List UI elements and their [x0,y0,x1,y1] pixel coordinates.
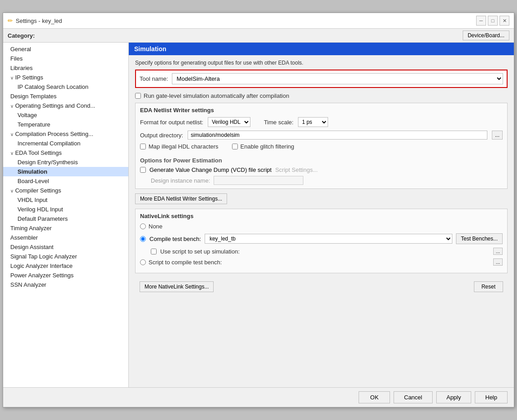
output-dir-label: Output directory: [140,132,183,139]
enable-glitch-row: Enable glitch filtering [232,143,294,150]
script-compile-browse-button[interactable]: ... [493,258,503,266]
ok-button[interactable]: OK [359,391,390,403]
expand-icon-compiler: ∨ [10,188,13,193]
maximize-button[interactable]: □ [488,16,498,26]
enable-glitch-checkbox[interactable] [232,144,238,149]
sidebar-item-timing-analyzer[interactable]: Timing Analyzer [3,223,128,233]
bottom-panel: More NativeLink Settings... Reset [135,278,508,296]
design-instance-input[interactable] [214,176,303,185]
sidebar-item-verilog-hdl-input[interactable]: Verilog HDL Input [3,205,128,214]
run-gate-level-checkbox[interactable] [135,93,141,99]
script-compile-radio[interactable] [140,259,146,265]
window-controls: ─ □ ✕ [476,16,509,26]
use-script-row: Use script to set up simulation: ... [140,248,503,255]
script-compile-row: Script to compile test bench: ... [140,258,503,266]
sidebar-item-files[interactable]: Files [3,54,128,63]
time-scale-select[interactable]: 1 ps 1 fs 10 fs 100 fs 10 ps 100 ps 1 ns [298,117,328,127]
expand-icon-eda: ∨ [10,151,13,156]
sidebar-item-ssn-analyzer[interactable]: SSN Analyzer [3,280,128,289]
sidebar-item-eda-tool-settings[interactable]: ∨ EDA Tool Settings [3,148,128,158]
power-estimation-title: Options for Power Estimation [140,157,503,164]
output-dir-browse-button[interactable]: ... [492,131,503,140]
dialog-footer: OK Cancel Apply Help [3,387,514,407]
design-instance-label: Design instance name: [151,177,210,184]
format-select[interactable]: Verilog HDL VHDL [208,117,250,127]
use-script-browse-button[interactable]: ... [493,248,503,255]
output-dir-input[interactable] [188,131,487,140]
reset-button[interactable]: Reset [474,281,503,292]
minimize-button[interactable]: ─ [476,16,486,26]
sidebar-item-design-entry[interactable]: Design Entry/Synthesis [3,158,128,167]
sidebar: General Files Libraries ∨ IP Settings IP… [3,43,129,387]
generate-vcd-checkbox[interactable] [140,167,146,173]
help-button[interactable]: Help [475,391,508,403]
output-dir-row: Output directory: ... [140,131,503,140]
sidebar-item-assembler[interactable]: Assembler [3,233,128,242]
sidebar-item-ip-settings[interactable]: ∨ IP Settings [3,73,128,82]
format-label: Format for output netlist: [140,119,203,126]
sidebar-item-incremental-compilation[interactable]: Incremental Compilation [3,139,128,148]
compile-radio[interactable] [140,236,146,242]
sidebar-item-logic-analyzer[interactable]: Logic Analyzer Interface [3,261,128,271]
close-button[interactable]: ✕ [499,16,509,26]
sidebar-item-general[interactable]: General [3,44,128,54]
expand-icon: ∨ [10,75,13,80]
design-instance-row: Design instance name: [140,176,503,185]
cancel-button[interactable]: Cancel [394,391,432,403]
sidebar-item-ip-catalog[interactable]: IP Catalog Search Location [3,82,128,92]
eda-netlist-section: EDA Netlist Writer settings Format for o… [135,103,508,189]
script-settings-button[interactable]: Script Settings... [275,166,318,173]
main-content: General Files Libraries ∨ IP Settings IP… [3,43,514,387]
more-nativelink-button[interactable]: More NativeLink Settings... [140,281,214,292]
none-label[interactable]: None [149,223,162,230]
use-script-label: Use script to set up simulation: [160,248,240,255]
compile-test-bench-row: Compile test bench: key_led_tb Test Benc… [140,233,503,244]
apply-button[interactable]: Apply [436,391,472,403]
expand-icon-operating: ∨ [10,104,13,109]
use-script-checkbox[interactable] [151,249,157,254]
compile-label[interactable]: Compile test bench: [149,236,201,242]
map-illegal-row: Map illegal HDL characters [140,143,219,150]
sidebar-item-libraries[interactable]: Libraries [3,63,128,73]
sidebar-item-vhdl-input[interactable]: VHDL Input [3,195,128,205]
sidebar-item-design-templates[interactable]: Design Templates [3,92,128,101]
device-board-button[interactable]: Device/Board... [463,31,509,40]
sidebar-item-signal-tap[interactable]: Signal Tap Logic Analyzer [3,252,128,261]
tool-name-select[interactable]: ModelSim-Altera None ModelSim QuestaSim … [172,73,503,84]
sidebar-item-default-parameters[interactable]: Default Parameters [3,214,128,223]
none-radio[interactable] [140,223,146,229]
sidebar-item-board-level[interactable]: Board-Level [3,176,128,186]
right-panel: Simulation Specify options for generatin… [129,43,514,387]
section-header: Simulation [129,43,514,55]
script-compile-label[interactable]: Script to compile test bench: [149,259,222,266]
test-benches-button[interactable]: Test Benches... [456,233,503,244]
enable-glitch-label[interactable]: Enable glitch filtering [241,143,294,150]
compile-test-bench-select[interactable]: key_led_tb [205,234,452,244]
category-label: Category: [8,32,35,39]
sidebar-item-design-assistant[interactable]: Design Assistant [3,242,128,252]
map-illegal-checkbox[interactable] [140,144,146,149]
nativelink-title: NativeLink settings [140,213,503,219]
sidebar-item-power-analyzer[interactable]: Power Analyzer Settings [3,271,128,280]
panel-description: Specify options for generating output fi… [135,60,508,66]
tool-name-label: Tool name: [140,75,168,82]
sidebar-item-compilation-process[interactable]: ∨ Compilation Process Setting... [3,129,128,139]
sidebar-item-operating-settings[interactable]: ∨ Operating Settings and Cond... [3,101,128,110]
more-eda-button[interactable]: More EDA Netlist Writer Settings... [135,193,227,204]
time-scale-label: Time scale: [264,119,294,126]
run-gate-level-label[interactable]: Run gate-level simulation automatically … [144,92,289,99]
expand-icon-compilation: ∨ [10,132,13,137]
settings-window: ✏ Settings - key_led ─ □ ✕ Category: Dev… [3,13,514,407]
checkboxes-row: Map illegal HDL characters Enable glitch… [140,143,503,153]
sidebar-item-temperature[interactable]: Temperature [3,120,128,129]
generate-vcd-label[interactable]: Generate Value Change Dump (VCD) file sc… [149,166,272,173]
sidebar-item-voltage[interactable]: Voltage [3,110,128,120]
none-radio-row: None [140,223,503,230]
sidebar-item-compiler-settings[interactable]: ∨ Compiler Settings [3,186,128,195]
map-illegal-label[interactable]: Map illegal HDL characters [149,143,219,150]
nativelink-section: NativeLink settings None Compile test be… [135,209,508,273]
run-gate-level-row: Run gate-level simulation automatically … [135,92,508,99]
power-estimation-section: Options for Power Estimation Generate Va… [140,157,503,185]
sidebar-item-simulation[interactable]: Simulation [3,167,128,176]
category-toolbar: Category: Device/Board... [3,29,514,43]
